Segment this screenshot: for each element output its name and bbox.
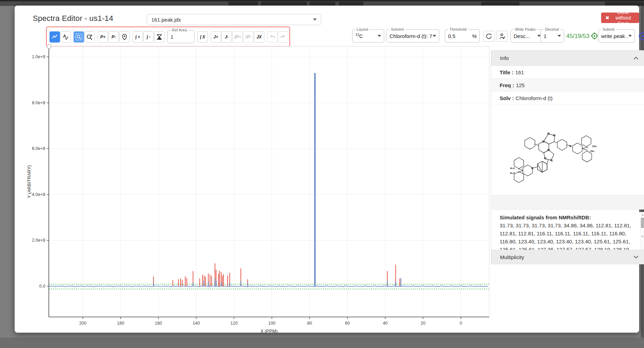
ranges-accordion-header[interactable] (491, 195, 644, 210)
svg-text:40: 40 (383, 321, 388, 326)
refresh-icon (485, 33, 492, 40)
svg-text:100: 100 (268, 321, 275, 326)
jp-remove-button[interactable]: JP- (243, 31, 253, 43)
auto-assign-button[interactable] (497, 31, 508, 42)
multiplicity-header-label: Multiplicity (500, 254, 524, 260)
svg-text:CH₃: CH₃ (592, 144, 597, 147)
solvent-select[interactable]: Solvent Chloroform-d (t): 7... (386, 29, 439, 43)
signals-values: 31.73, 31.73, 31.73, 31.73, 34.86, 34.86… (500, 222, 631, 250)
peak-add-button[interactable]: P+ (98, 31, 108, 43)
spectrum-file-name: 161.peak.jdx (151, 17, 181, 23)
j-clear-button[interactable]: JX (254, 31, 264, 43)
svg-text:4.0e+8: 4.0e+8 (32, 192, 45, 197)
simulated-signals-block: Simulated signals from NMRshiftDB: 31.73… (491, 212, 644, 250)
spectra-editor-dialog: Spectra Editor - us1-14 161.peak.jdx ✖ C… (15, 6, 639, 333)
j-add-button[interactable]: J+ (211, 31, 221, 43)
undo-icon (269, 34, 275, 40)
svg-text:X (PPM): X (PPM) (260, 328, 278, 333)
redo-icon (280, 34, 286, 40)
target-button[interactable] (591, 32, 598, 41)
submit-label: Submit (601, 27, 616, 31)
line-chart-icon (51, 33, 58, 40)
integral-hourglass-button[interactable] (154, 31, 165, 43)
signals-scrollbar-thumb[interactable] (641, 218, 644, 228)
layout-select[interactable]: Layout 13C (352, 29, 384, 43)
svg-text:180: 180 (117, 321, 124, 326)
undo-button[interactable] (267, 31, 278, 43)
location-pin-plus-icon (121, 33, 128, 40)
peak-pick-marker-button[interactable] (119, 31, 130, 43)
svg-text:H₃C: H₃C (510, 166, 515, 169)
hourglass-icon (156, 33, 162, 40)
zoom-reset-icon (86, 33, 93, 41)
multiplicity-accordion-header[interactable]: Multiplicity (491, 250, 644, 264)
jp-add-button[interactable]: JP+ (232, 31, 243, 43)
svg-text:6.0e+8: 6.0e+8 (32, 146, 45, 151)
j-remove-button[interactable]: J- (221, 31, 232, 43)
svg-text:160: 160 (155, 321, 162, 326)
spectrum-file-select[interactable]: 161.peak.jdx (147, 14, 321, 25)
info-row-solvent: Solv :Chloroform-d (t) (491, 92, 644, 105)
chevron-down-icon (558, 35, 561, 37)
spectrum-line-tool-button[interactable] (50, 31, 60, 43)
svg-text:8.0e+8: 8.0e+8 (32, 100, 45, 105)
write-peaks-select[interactable]: Write Peaks Desc... (510, 29, 544, 43)
close-without-save-button[interactable]: ✖ Close without Save (601, 13, 639, 23)
info-accordion-header[interactable]: Info (491, 50, 644, 66)
person-check-icon (499, 33, 506, 40)
ref-area-label: Ref Area (171, 28, 188, 32)
info-row-title: Title :161 (491, 66, 644, 79)
background-top-edge (0, 0, 644, 1)
molecule-drawing: N N N N N N N N CH₃ CH₃ H₃C H₃C (507, 113, 632, 187)
chevron-down-icon (634, 256, 638, 259)
threshold-field[interactable]: Threshold 0.5 % (445, 29, 480, 43)
svg-text:N: N (531, 166, 533, 169)
chevron-up-icon (634, 56, 638, 60)
svg-text:20: 20 (421, 321, 425, 326)
chevron-down-icon (313, 18, 317, 21)
info-row-freq: Freq :125 (491, 79, 644, 92)
zoom-select-tool-button[interactable] (74, 31, 84, 43)
svg-text:N: N (542, 140, 544, 143)
svg-text:60: 60 (345, 321, 350, 326)
integral-clear-button[interactable]: ∫ X (197, 31, 208, 43)
svg-text:N: N (547, 148, 550, 152)
submit-run-button[interactable] (638, 32, 644, 41)
chevron-down-icon (628, 35, 632, 37)
annotation-handle[interactable] (47, 44, 51, 49)
refresh-threshold-button[interactable] (483, 31, 494, 42)
dialog-title: Spectra Editor - us1-14 (33, 14, 113, 23)
zoom-select-icon (75, 33, 83, 41)
peak-remove-button[interactable]: P- (108, 31, 119, 43)
submit-select[interactable]: Submit write peak ... (598, 29, 635, 43)
background-bottom-strip (0, 338, 644, 348)
svg-text:CH₃: CH₃ (590, 150, 594, 153)
chevron-down-icon (378, 35, 381, 37)
svg-text:H₃C: H₃C (510, 172, 515, 175)
zoom-reset-button[interactable] (84, 31, 95, 43)
layout-label: Layout (355, 27, 370, 31)
chevron-down-icon (433, 35, 436, 37)
close-icon: ✖ (605, 15, 609, 21)
info-header-label: Info (500, 55, 509, 61)
integral-remove-button[interactable]: ∫ - (143, 31, 154, 43)
svg-text:1.0e+9: 1.0e+9 (32, 54, 45, 59)
spectrum-plot[interactable]: 0.02.0e+84.0e+86.0e+88.0e+81.0e+92001801… (25, 43, 492, 333)
integral-add-button[interactable]: ∫ + (132, 31, 143, 43)
svg-text:N: N (544, 157, 546, 160)
decimal-label: Decimal (544, 27, 560, 31)
redo-button[interactable] (278, 31, 288, 43)
auto-peak-label-tool-button[interactable]: A (60, 31, 71, 43)
threshold-unit: % (472, 33, 477, 39)
spectrum-chart[interactable]: 0.02.0e+84.0e+86.0e+88.0e+81.0e+92001801… (25, 43, 492, 333)
svg-text:140: 140 (192, 321, 200, 326)
decimal-select[interactable]: Decimal 1 (540, 29, 564, 43)
write-peaks-label: Write Peaks (514, 27, 537, 31)
threshold-label: Threshold (448, 27, 468, 31)
svg-text:N: N (569, 144, 571, 147)
svg-text:2.0e+8: 2.0e+8 (32, 238, 45, 243)
peak-counter: 45/19/53 (566, 33, 589, 40)
svg-text:N: N (550, 158, 552, 162)
svg-text:Y (ARBITRARY): Y (ARBITRARY) (26, 165, 32, 198)
ref-area-field[interactable]: Ref Area 1 (167, 30, 195, 43)
